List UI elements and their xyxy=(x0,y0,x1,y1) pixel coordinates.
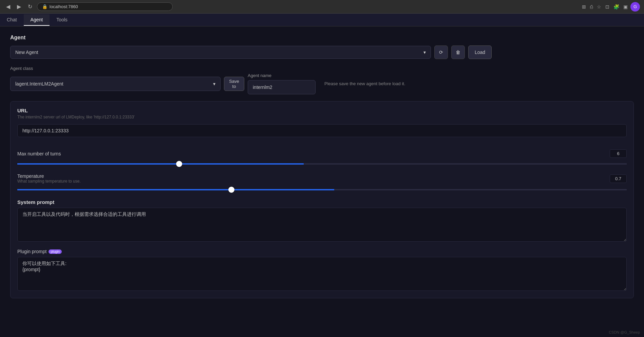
agent-dropdown-value: New Agent xyxy=(15,50,38,55)
delete-agent-button[interactable]: 🗑 xyxy=(451,45,465,59)
system-prompt-label: System prompt xyxy=(17,199,627,205)
page-title: Agent xyxy=(10,35,634,41)
max-turns-value: 6 xyxy=(610,149,627,158)
agent-name-label: Agent name xyxy=(248,73,316,78)
watermark: CSDN @G_Sheep xyxy=(609,330,640,334)
bookmark-icon[interactable]: ☆ xyxy=(595,2,603,12)
max-turns-slider-container xyxy=(17,161,627,167)
agent-class-row: Agent class lagent.InternLM2Agent ▾ Save… xyxy=(10,66,634,94)
temperature-row: Temperature What sampling temperature to… xyxy=(17,173,627,184)
temperature-slider-container xyxy=(17,186,627,193)
chevron-down-icon: ▾ xyxy=(423,50,426,55)
plugin-prompt-label-row: Plugin prompt plugin xyxy=(17,249,627,254)
plugin-prompt-section: Plugin prompt plugin xyxy=(17,249,627,292)
save-to-button[interactable]: Save to xyxy=(224,77,244,91)
puzzle-icon[interactable]: 🧩 xyxy=(612,2,621,12)
agent-selector-row: New Agent ▾ ⟳ 🗑 Load xyxy=(10,45,634,59)
main-content: Agent New Agent ▾ ⟳ 🗑 Load Agent class l… xyxy=(0,26,644,337)
url-subtitle: The internlm2 server url of LMDeploy, li… xyxy=(17,115,627,119)
max-turns-row: Max number of turns 6 xyxy=(17,149,627,158)
temperature-section: Temperature What sampling temperature to… xyxy=(17,173,627,193)
forward-button[interactable]: ▶ xyxy=(15,2,23,11)
lock-icon: 🔒 xyxy=(42,4,48,9)
browser-chrome: ◀ ▶ ↻ 🔒 localhost:7860 ⊞ ⎙ ☆ ⊡ 🧩 ▣ G xyxy=(0,0,644,14)
load-agent-button[interactable]: Load xyxy=(468,45,492,59)
apps-icon[interactable]: ⊡ xyxy=(604,2,611,12)
agent-class-dropdown[interactable]: lagent.InternLM2Agent ▾ xyxy=(10,77,221,91)
system-prompt-textarea[interactable] xyxy=(17,208,627,242)
tab-bar: Chat Agent Tools xyxy=(0,14,644,26)
temperature-label: Temperature xyxy=(17,173,81,179)
max-turns-slider[interactable] xyxy=(17,163,627,165)
url-title: URL xyxy=(17,108,627,113)
address-bar[interactable]: 🔒 localhost:7860 xyxy=(37,2,173,11)
agent-name-group: Agent name xyxy=(248,73,316,94)
temperature-slider[interactable] xyxy=(17,189,627,190)
refresh-agent-button[interactable]: ⟳ xyxy=(434,45,448,59)
plugin-badge: plugin xyxy=(49,249,62,254)
split-icon[interactable]: ▣ xyxy=(622,2,629,12)
agent-class-value: lagent.InternLM2Agent xyxy=(15,81,63,87)
agent-dropdown[interactable]: New Agent ▾ xyxy=(10,46,431,59)
trash-icon: 🗑 xyxy=(456,50,460,55)
system-prompt-section: System prompt xyxy=(17,199,627,243)
notice-text: Please save the new agent before load it… xyxy=(324,81,405,86)
agent-name-input[interactable] xyxy=(248,80,316,94)
to-label: to xyxy=(232,84,236,89)
url-text: localhost:7860 xyxy=(50,4,78,9)
browser-toolbar: ⊞ ⎙ ☆ ⊡ 🧩 ▣ G xyxy=(581,2,640,12)
temperature-sublabel: What sampling temperature to use. xyxy=(17,179,81,184)
tab-chat[interactable]: Chat xyxy=(0,14,24,26)
temperature-value: 0.7 xyxy=(610,174,627,183)
profile-icon[interactable]: G xyxy=(630,2,640,12)
tab-agent[interactable]: Agent xyxy=(24,14,50,26)
extensions-icon[interactable]: ⊞ xyxy=(581,2,587,12)
refresh-icon: ⟳ xyxy=(439,50,443,55)
plugin-prompt-textarea[interactable] xyxy=(17,257,627,291)
back-button[interactable]: ◀ xyxy=(4,2,12,11)
url-input[interactable] xyxy=(17,124,627,137)
chevron-down-icon: ▾ xyxy=(213,81,215,87)
tab-tools[interactable]: Tools xyxy=(50,14,74,26)
plugin-prompt-label: Plugin prompt xyxy=(17,249,46,254)
max-turns-section: Max number of turns 6 xyxy=(17,149,627,167)
url-section: URL The internlm2 server url of LMDeploy… xyxy=(17,108,627,143)
refresh-button[interactable]: ↻ xyxy=(26,2,34,11)
agent-class-group: Agent class lagent.InternLM2Agent ▾ Save… xyxy=(10,66,405,94)
save-label: Save xyxy=(229,79,239,84)
config-card: URL The internlm2 server url of LMDeploy… xyxy=(10,101,634,298)
share-icon[interactable]: ⎙ xyxy=(589,2,594,12)
max-turns-label: Max number of turns xyxy=(17,151,61,156)
agent-class-label: Agent class xyxy=(10,66,405,71)
